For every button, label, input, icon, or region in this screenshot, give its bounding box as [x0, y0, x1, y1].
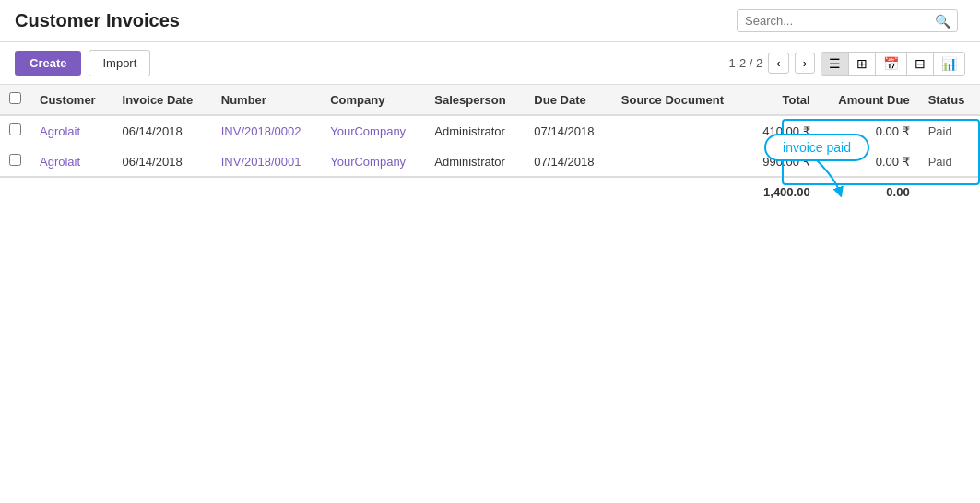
due-date-header: Due Date	[525, 85, 611, 115]
calendar-view-button[interactable]: 📅	[876, 53, 907, 75]
due-date-cell-1: 07/14/2018	[525, 115, 611, 146]
customer-header: Customer	[30, 85, 113, 115]
number-link-1[interactable]: INV/2018/0002	[221, 124, 301, 138]
company-header: Company	[321, 85, 425, 115]
status-cell-2: Paid	[919, 146, 980, 178]
number-cell-2: INV/2018/0001	[212, 146, 321, 178]
next-page-button[interactable]: ›	[795, 53, 815, 74]
page-title: Customer Invoices	[15, 10, 737, 31]
row-checkbox-1[interactable]	[9, 123, 21, 135]
grid-view-button[interactable]: ⊞	[849, 53, 876, 75]
table-row[interactable]: Agrolait 06/14/2018 INV/2018/0002 YourCo…	[0, 115, 980, 146]
salesperson-cell-2: Administrator	[425, 146, 525, 178]
customer-cell-1: Agrolait	[30, 115, 113, 146]
invoice-date-cell-2: 06/14/2018	[113, 146, 212, 178]
invoices-table: Customer Invoice Date Number Company Sal…	[0, 85, 980, 206]
prev-page-button[interactable]: ‹	[768, 53, 788, 74]
table-view-button[interactable]: ⊟	[907, 53, 934, 75]
invoice-date-cell-1: 06/14/2018	[113, 115, 212, 146]
company-link-2[interactable]: YourCompany	[330, 155, 406, 169]
footer-status-spacer	[919, 177, 980, 206]
total-cell-1: 410.00 ₹	[746, 115, 819, 146]
search-container: 🔍	[737, 9, 958, 32]
import-button[interactable]: Import	[89, 50, 150, 76]
list-view-button[interactable]: ☰	[821, 53, 849, 75]
company-cell-1: YourCompany	[321, 115, 425, 146]
footer-amount-due: 0.00	[820, 177, 919, 206]
invoice-date-header: Invoice Date	[113, 85, 212, 115]
number-header: Number	[212, 85, 321, 115]
due-date-cell-2: 07/14/2018	[525, 146, 611, 178]
select-all-checkbox[interactable]	[9, 92, 21, 104]
status-cell-1: Paid	[919, 115, 980, 146]
customer-cell-2: Agrolait	[30, 146, 113, 178]
salesperson-cell-1: Administrator	[425, 115, 525, 146]
row-checkbox-cell-2[interactable]	[0, 146, 30, 178]
row-checkbox-cell-1[interactable]	[0, 115, 30, 146]
select-all-header[interactable]	[0, 85, 30, 115]
pagination-info: 1-2 / 2	[728, 56, 762, 70]
source-doc-cell-1	[612, 115, 747, 146]
toolbar-right: 1-2 / 2 ‹ › ☰ ⊞ 📅 ⊟ 📊	[728, 52, 965, 76]
search-input[interactable]	[737, 9, 958, 32]
total-cell-2: 990.00 ₹	[746, 146, 819, 178]
search-icon: 🔍	[935, 14, 950, 29]
amount-due-header: Amount Due	[820, 85, 919, 115]
amount-due-cell-1: 0.00 ₹	[820, 115, 919, 146]
amount-due-cell-2: 0.00 ₹	[820, 146, 919, 178]
top-bar: Customer Invoices 🔍	[0, 0, 980, 42]
create-button[interactable]: Create	[15, 51, 81, 76]
table-section: Customer Invoice Date Number Company Sal…	[0, 85, 980, 206]
table-footer: 1,400.00 0.00	[0, 177, 980, 206]
table-row[interactable]: Agrolait 06/14/2018 INV/2018/0001 YourCo…	[0, 146, 980, 178]
table-body: Agrolait 06/14/2018 INV/2018/0002 YourCo…	[0, 115, 980, 177]
number-cell-1: INV/2018/0002	[212, 115, 321, 146]
customer-link-1[interactable]: Agrolait	[40, 124, 80, 138]
company-cell-2: YourCompany	[321, 146, 425, 178]
table-header-row: Customer Invoice Date Number Company Sal…	[0, 85, 980, 115]
customer-link-2[interactable]: Agrolait	[40, 155, 80, 169]
source-doc-cell-2	[612, 146, 747, 178]
toolbar: Create Import 1-2 / 2 ‹ › ☰ ⊞ 📅 ⊟ 📊	[0, 42, 980, 85]
chart-view-button[interactable]: 📊	[934, 53, 964, 75]
company-link-1[interactable]: YourCompany	[330, 124, 406, 138]
source-document-header: Source Document	[612, 85, 747, 115]
footer-spacer	[0, 177, 746, 206]
status-header: Status	[919, 85, 980, 115]
number-link-2[interactable]: INV/2018/0001	[221, 155, 301, 169]
row-checkbox-2[interactable]	[9, 154, 21, 166]
view-toggle-group: ☰ ⊞ 📅 ⊟ 📊	[821, 52, 965, 76]
salesperson-header: Salesperson	[425, 85, 525, 115]
total-header: Total	[746, 85, 819, 115]
footer-row: 1,400.00 0.00	[0, 177, 980, 206]
footer-total: 1,400.00	[746, 177, 819, 206]
